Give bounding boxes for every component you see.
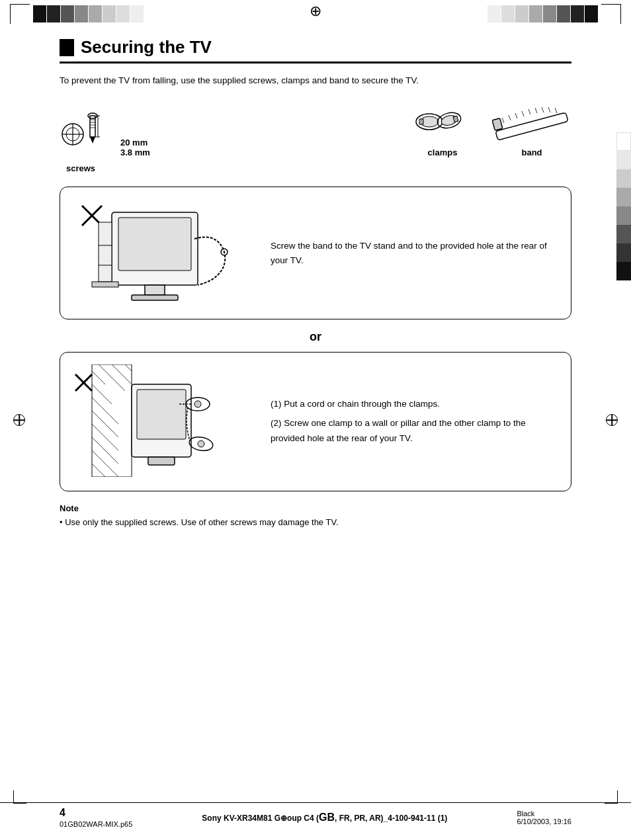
reg-block-7 bbox=[116, 5, 130, 22]
footer-color-label: Black bbox=[517, 810, 534, 818]
reg-block-8 bbox=[130, 5, 144, 22]
screws-svg bbox=[60, 109, 112, 155]
reg-block-6 bbox=[103, 5, 116, 22]
swatch-lightgray1 bbox=[616, 151, 631, 169]
svg-line-53 bbox=[125, 364, 132, 371]
svg-line-48 bbox=[92, 437, 118, 464]
title-square-icon bbox=[60, 39, 74, 56]
page-number: 4 bbox=[60, 807, 132, 819]
step-2: (2) Screw one clamp to a wall or pillar … bbox=[271, 416, 559, 446]
svg-point-60 bbox=[194, 401, 201, 407]
screws-part: 20 mm 3.8 mm bbox=[60, 109, 150, 157]
parts-illustration-row: 20 mm 3.8 mm clamps bbox=[60, 102, 571, 157]
note-title: Note bbox=[60, 503, 571, 513]
svg-line-46 bbox=[92, 411, 118, 437]
swatch-lightgray2 bbox=[616, 169, 631, 188]
clamps-svg bbox=[413, 102, 472, 142]
svg-marker-10 bbox=[90, 137, 95, 144]
svg-line-52 bbox=[112, 364, 132, 384]
instruction-box-1: Screw the band to the TV stand and to th… bbox=[60, 187, 571, 319]
svg-line-21 bbox=[502, 118, 504, 123]
reg-block-3 bbox=[61, 5, 74, 22]
reg-block-r6 bbox=[557, 5, 570, 22]
svg-line-25 bbox=[528, 109, 530, 114]
corner-mark-tr bbox=[601, 4, 621, 24]
dim-38mm: 3.8 mm bbox=[120, 147, 150, 157]
svg-line-50 bbox=[92, 464, 108, 477]
tv-band-svg bbox=[72, 199, 251, 305]
footer-group: oup C4 ( bbox=[287, 814, 319, 823]
footer-center: Sony KV-XR34M81 G⊕oup C4 (GB, FR, PR, AR… bbox=[202, 812, 447, 823]
svg-line-51 bbox=[99, 364, 125, 391]
svg-line-24 bbox=[522, 111, 524, 116]
band-illustration bbox=[492, 102, 571, 144]
reg-block-r3 bbox=[515, 5, 528, 22]
section-title-text: Securing the TV bbox=[81, 37, 212, 58]
intro-paragraph: To prevent the TV from falling, use the … bbox=[60, 74, 571, 87]
svg-rect-32 bbox=[118, 218, 191, 271]
swatch-black bbox=[616, 262, 631, 280]
footer-filename: 01GB02WAR-MIX.p65 bbox=[60, 820, 132, 828]
swatch-darkgray2 bbox=[616, 243, 631, 262]
right-registration-mark bbox=[606, 414, 618, 426]
top-crosshair: ⊕ bbox=[310, 4, 321, 19]
footer-right: Black 6/10/2003, 19:16 bbox=[517, 810, 571, 825]
svg-rect-20 bbox=[495, 112, 568, 140]
band-part: band bbox=[492, 102, 571, 157]
instruction-steps: (1) Put a cord or chain through the clam… bbox=[271, 397, 559, 446]
screws-label-area: screws bbox=[66, 163, 571, 173]
instruction-image-1 bbox=[72, 199, 257, 307]
svg-line-22 bbox=[509, 115, 511, 120]
band-svg bbox=[492, 102, 571, 142]
svg-line-44 bbox=[92, 384, 112, 404]
footer-left: 4 01GB02WAR-MIX.p65 bbox=[60, 807, 132, 828]
swatch-darkgray1 bbox=[616, 225, 631, 243]
reg-block-r2 bbox=[501, 5, 515, 22]
svg-line-49 bbox=[92, 450, 118, 477]
reg-block-1 bbox=[33, 5, 46, 22]
reg-block-r4 bbox=[529, 5, 542, 22]
footer: 4 01GB02WAR-MIX.p65 Sony KV-XR34M81 G⊕ou… bbox=[0, 802, 631, 828]
top-registration-strip: ⊕ bbox=[0, 0, 631, 24]
svg-rect-30 bbox=[492, 118, 503, 131]
reg-block-5 bbox=[89, 5, 102, 22]
reg-block-2 bbox=[47, 5, 60, 22]
svg-rect-33 bbox=[145, 285, 165, 295]
clamps-label: clamps bbox=[428, 147, 458, 157]
footer-rest: , FR, PR, AR)_4-100-941-11 (1) bbox=[335, 814, 447, 823]
instruction-box-2: (1) Put a cord or chain through the clam… bbox=[60, 352, 571, 491]
step2-num: (2) bbox=[271, 418, 282, 428]
main-content: Securing the TV To prevent the TV from f… bbox=[60, 37, 571, 529]
right-color-blocks bbox=[487, 4, 621, 24]
reg-block-r8 bbox=[585, 5, 598, 22]
clamps-illustration bbox=[413, 102, 472, 144]
color-swatches bbox=[616, 132, 631, 280]
left-color-blocks bbox=[10, 4, 144, 24]
tv-clamp-svg bbox=[72, 364, 251, 477]
or-divider: or bbox=[60, 330, 571, 344]
svg-point-63 bbox=[198, 441, 204, 447]
clamps-part: clamps bbox=[413, 102, 472, 157]
instruction-image-2 bbox=[72, 364, 257, 479]
screws-illustration bbox=[60, 109, 112, 157]
svg-line-27 bbox=[542, 107, 544, 112]
left-registration-mark bbox=[13, 414, 25, 426]
svg-line-29 bbox=[555, 108, 557, 113]
step1-text: Put a cord or chain through the clamps. bbox=[284, 399, 440, 409]
step-1: (1) Put a cord or chain through the clam… bbox=[271, 397, 559, 412]
note-body: Use only the supplied screws. Use of oth… bbox=[65, 517, 338, 527]
svg-rect-16 bbox=[419, 119, 423, 124]
swatch-gray1 bbox=[616, 188, 631, 206]
reg-block-r7 bbox=[571, 5, 584, 22]
swatch-gray2 bbox=[616, 206, 631, 225]
corner-mark-tl bbox=[10, 4, 30, 24]
svg-line-23 bbox=[515, 113, 517, 118]
note-section: Note • Use only the supplied screws. Use… bbox=[60, 503, 571, 529]
footer-date: 6/10/2003, 19:16 bbox=[517, 818, 571, 825]
svg-line-43 bbox=[92, 371, 105, 384]
swatch-white bbox=[616, 132, 631, 151]
screws-label: screws bbox=[66, 163, 95, 173]
dim-20mm: 20 mm bbox=[120, 138, 147, 147]
footer-model-text: Sony KV-XR34M81 G bbox=[202, 814, 280, 823]
corner-mark-bl bbox=[13, 790, 26, 804]
